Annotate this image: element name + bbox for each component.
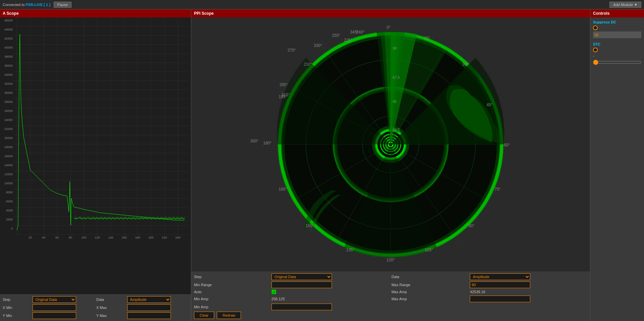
- svg-text:180: 180: [135, 236, 140, 239]
- svg-text:4000: 4000: [6, 209, 13, 212]
- step-dropdown-ppi[interactable]: Original Data: [271, 273, 332, 280]
- main-area: A Scope: [0, 9, 644, 321]
- min-amp-label2-ppi: Min Amp: [194, 305, 269, 309]
- svg-text:315°: 315°: [282, 92, 290, 97]
- max-amp-input-ppi[interactable]: [470, 296, 530, 302]
- ppi-scope-panel: PPI Scope: [191, 9, 590, 321]
- x-max-input[interactable]: [127, 304, 171, 311]
- svg-text:26000: 26000: [4, 109, 13, 113]
- ppi-scope-title: PPI Scope: [194, 11, 214, 16]
- auto-label: Auto: [194, 290, 269, 294]
- ppi-scope-controls: Step Original Data Data Amplitude Min Ra…: [191, 271, 590, 321]
- suppress-dc-toggle[interactable]: [593, 25, 598, 30]
- svg-text:28000: 28000: [4, 100, 13, 104]
- svg-text:120°: 120°: [387, 258, 395, 262]
- svg-text:210°: 210°: [304, 62, 312, 67]
- stc-toggle[interactable]: [593, 48, 598, 52]
- svg-text:100: 100: [81, 236, 86, 239]
- y-min-input[interactable]: [33, 312, 76, 319]
- topbar: Connected to PSR-LIVE [ 1 ] Pause Add Mo…: [0, 0, 644, 9]
- svg-text:60: 60: [55, 236, 59, 239]
- data-label-a: Data: [96, 298, 125, 302]
- controls-header: Controls: [590, 9, 644, 17]
- svg-text:15°: 15°: [424, 36, 430, 41]
- svg-text:38000: 38000: [4, 55, 13, 58]
- pause-button[interactable]: Pause: [54, 2, 71, 8]
- svg-text:80: 80: [69, 236, 72, 239]
- stc-dash: -: [593, 54, 641, 58]
- min-amp-label-ppi: Min Amp: [194, 297, 269, 301]
- svg-text:45: 45: [393, 100, 397, 104]
- min-amp-input-ppi[interactable]: [271, 304, 332, 310]
- svg-text:20: 20: [29, 236, 32, 239]
- server-name: PSR-LIVE [ 1 ]: [26, 3, 50, 7]
- svg-text:300°: 300°: [250, 139, 259, 143]
- controls-panel: Controls Suppress DC STC -: [590, 9, 644, 321]
- svg-text:240: 240: [175, 236, 180, 239]
- auto-checkbox[interactable]: ✓: [271, 290, 276, 294]
- svg-text:105°: 105°: [425, 248, 433, 252]
- svg-text:330°: 330°: [314, 43, 322, 48]
- max-amp-label-ppi: Max Amp: [391, 290, 467, 294]
- svg-text:20000: 20000: [4, 136, 13, 140]
- ppi-scope-area: 0° 15° 30° 45° 60° 75° 90° 105° 120° 135…: [191, 17, 590, 271]
- a-scope-header: A Scope: [0, 9, 191, 17]
- svg-text:36000: 36000: [4, 64, 13, 67]
- svg-text:285°: 285°: [280, 82, 288, 87]
- svg-text:225°: 225°: [344, 38, 352, 43]
- svg-text:45°: 45°: [487, 103, 493, 107]
- clear-button[interactable]: Clear: [194, 312, 214, 319]
- max-range-input[interactable]: [470, 281, 530, 288]
- controls-title: Controls: [593, 11, 609, 16]
- svg-text:165°: 165°: [279, 187, 287, 192]
- svg-text:40000: 40000: [4, 46, 13, 49]
- min-range-input[interactable]: [271, 281, 332, 288]
- svg-text:90°: 90°: [468, 223, 475, 228]
- svg-text:22000: 22000: [4, 127, 13, 131]
- step-label-ppi: Step: [194, 275, 269, 279]
- stc-label: STC: [593, 42, 641, 46]
- stc-slider[interactable]: [593, 60, 641, 65]
- data-dropdown-a[interactable]: Amplitude: [127, 296, 171, 303]
- a-scope-controls: Step Original Data Data Amplitude X Min …: [0, 294, 191, 321]
- add-module-button[interactable]: Add Module ▼: [609, 2, 641, 8]
- min-range-label: Min Range: [194, 283, 269, 287]
- redraw-button[interactable]: Redraw: [217, 312, 241, 319]
- svg-text:2000: 2000: [6, 218, 13, 221]
- max-range-label: Max Range: [391, 283, 467, 287]
- ppi-scope-svg: 0° 15° 30° 45° 60° 75° 90° 105° 120° 135…: [191, 17, 590, 271]
- a-scope-svg: 46000 44000 42000 40000 38000 36000 3400…: [0, 17, 191, 294]
- y-max-input[interactable]: [127, 312, 171, 319]
- svg-text:0°: 0°: [387, 25, 391, 30]
- svg-text:16000: 16000: [4, 154, 13, 158]
- connection-text: Connected to: [3, 3, 26, 7]
- x-min-input[interactable]: [33, 304, 76, 311]
- svg-text:160: 160: [121, 236, 127, 239]
- svg-text:6000: 6000: [6, 200, 13, 203]
- y-max-label: Y Max: [96, 314, 125, 318]
- svg-text:44000: 44000: [4, 28, 13, 31]
- a-scope-area: 46000 44000 42000 40000 38000 36000 3400…: [0, 17, 191, 294]
- svg-rect-0: [0, 17, 191, 294]
- max-amp-label2-ppi: Max Amp: [391, 297, 467, 301]
- suppress-dc-value-input[interactable]: [593, 31, 641, 38]
- svg-text:0: 0: [11, 227, 13, 230]
- svg-text:8000: 8000: [6, 191, 13, 194]
- connection-info: Connected to PSR-LIVE [ 1 ]: [3, 3, 50, 7]
- ppi-controls-grid: Step Original Data Data Amplitude Min Ra…: [194, 273, 587, 310]
- data-dropdown-ppi[interactable]: Amplitude: [470, 273, 530, 280]
- svg-text:10000: 10000: [4, 182, 13, 185]
- svg-text:40: 40: [42, 236, 45, 239]
- ppi-scope-header: PPI Scope: [191, 9, 590, 17]
- svg-text:24000: 24000: [4, 118, 13, 122]
- svg-text:60°: 60°: [504, 143, 510, 147]
- step-dropdown-a[interactable]: Original Data: [33, 296, 76, 303]
- svg-text:42000: 42000: [4, 37, 13, 40]
- svg-text:14000: 14000: [4, 164, 13, 167]
- svg-text:120: 120: [95, 236, 100, 239]
- a-scope-title: A Scope: [3, 11, 19, 16]
- svg-text:345°: 345°: [350, 30, 358, 35]
- svg-text:32000: 32000: [4, 82, 13, 85]
- svg-text:140: 140: [108, 236, 113, 239]
- svg-text:200: 200: [148, 236, 153, 239]
